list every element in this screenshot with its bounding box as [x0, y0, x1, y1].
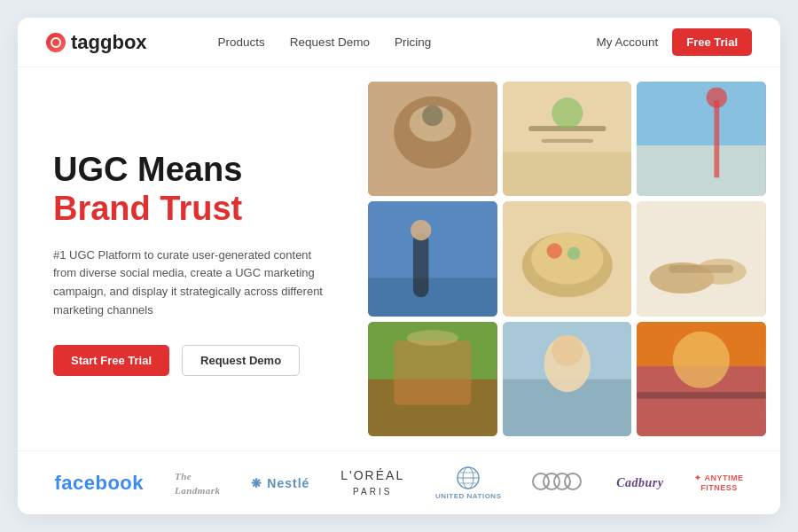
- grid-image-1: [368, 82, 497, 196]
- grid-image-8: [503, 322, 632, 436]
- start-free-trial-button[interactable]: Start Free Trial: [53, 345, 169, 376]
- grid-image-9: [637, 322, 766, 436]
- hero-title-line2: Brand Trust: [53, 190, 242, 227]
- grid-image-4: [368, 201, 497, 316]
- free-trial-button[interactable]: Free Trial: [672, 28, 752, 56]
- svg-rect-37: [637, 392, 766, 398]
- nav-pricing[interactable]: Pricing: [395, 35, 431, 49]
- svg-point-33: [552, 335, 583, 366]
- brand-nestle: ❋ Nestlé: [251, 476, 309, 490]
- svg-point-36: [673, 331, 730, 387]
- svg-point-12: [707, 87, 727, 107]
- main-card: taggbox Products Request Demo Pricing My…: [18, 18, 780, 514]
- hero-left: UGC Means Brand Trust #1 UGC Platform to…: [18, 67, 361, 450]
- svg-rect-22: [637, 201, 766, 316]
- my-account-link[interactable]: My Account: [596, 35, 658, 49]
- grid-image-3: [637, 82, 766, 196]
- svg-point-19: [531, 233, 604, 285]
- svg-point-46: [565, 473, 581, 489]
- svg-rect-15: [413, 233, 428, 298]
- hero-title: UGC Means Brand Trust: [53, 151, 332, 228]
- svg-point-20: [546, 244, 561, 259]
- logo-text: taggbox: [71, 31, 147, 54]
- nav: Products Request Demo Pricing: [218, 35, 432, 49]
- main-content: UGC Means Brand Trust #1 UGC Platform to…: [18, 67, 780, 450]
- grid-image-2: [503, 82, 632, 196]
- grid-image-6: [637, 201, 766, 316]
- nav-products[interactable]: Products: [218, 35, 265, 49]
- grid-image-7: [368, 322, 497, 436]
- brand-landmark: TheLandmark: [175, 469, 221, 497]
- nav-request-demo[interactable]: Request Demo: [290, 35, 370, 49]
- hero-right: [361, 67, 780, 450]
- brand-anytime: ✦ ANYTIMEFITNESS: [694, 473, 743, 493]
- svg-rect-25: [669, 265, 734, 273]
- svg-rect-10: [637, 145, 766, 196]
- grid-image-5: [503, 201, 632, 316]
- svg-rect-11: [715, 100, 720, 177]
- request-demo-button[interactable]: Request Demo: [182, 345, 300, 376]
- svg-rect-7: [541, 139, 592, 143]
- logo-icon: [46, 33, 66, 52]
- brand-facebook: facebook: [54, 472, 144, 495]
- hero-title-line1: UGC Means: [53, 151, 242, 188]
- hero-description: #1 UGC Platform to curate user-generated…: [53, 246, 332, 320]
- brand-cadbury: Cadbury: [616, 476, 663, 490]
- brand-un: UNITED NATIONS: [435, 466, 501, 500]
- brands-bar: facebook TheLandmark ❋ Nestlé L'ORÉALPAR…: [18, 450, 780, 514]
- brand-loreal: L'ORÉALPARIS: [340, 468, 404, 498]
- svg-point-29: [407, 330, 458, 345]
- svg-point-8: [552, 98, 583, 129]
- svg-rect-14: [368, 278, 497, 317]
- header: taggbox Products Request Demo Pricing My…: [18, 18, 780, 67]
- svg-point-3: [422, 106, 442, 126]
- svg-rect-5: [503, 152, 632, 196]
- header-right: My Account Free Trial: [596, 28, 752, 56]
- svg-rect-28: [394, 340, 471, 405]
- logo[interactable]: taggbox: [46, 31, 147, 54]
- image-grid: [368, 82, 766, 436]
- hero-buttons: Start Free Trial Request Demo: [53, 345, 332, 376]
- svg-point-16: [411, 220, 431, 240]
- brand-audi: [532, 471, 585, 495]
- svg-point-21: [567, 247, 580, 261]
